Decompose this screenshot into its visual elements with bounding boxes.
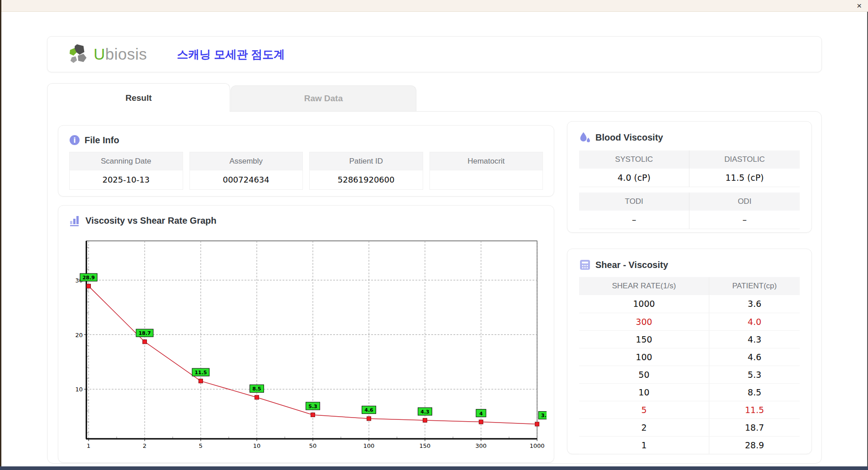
app-header: Ubiosis 스캐닝 모세관 점도계 bbox=[47, 36, 822, 72]
field-assembly: Assembly 000724634 bbox=[189, 152, 303, 190]
metric-label-todi: TODI bbox=[579, 193, 689, 211]
svg-text:1: 1 bbox=[87, 442, 90, 449]
table-row: 1504.3 bbox=[579, 330, 800, 348]
table-row: 218.7 bbox=[579, 418, 800, 436]
field-label: Hematocrit bbox=[430, 152, 543, 170]
shear-table-body: 10003.63004.01504.31004.6505.3108.5511.5… bbox=[579, 295, 800, 454]
svg-text:4.3: 4.3 bbox=[420, 409, 429, 415]
svg-text:5: 5 bbox=[199, 442, 203, 449]
brand-text: Ubiosis bbox=[94, 45, 147, 63]
ubiosis-logo: Ubiosis bbox=[69, 44, 147, 65]
metric-value-todi: – bbox=[579, 211, 689, 229]
field-scanning-date: Scanning Date 2025-10-13 bbox=[69, 152, 183, 190]
field-value: 52861920600 bbox=[310, 170, 423, 189]
shear-viscosity-title: Shear - Viscosity bbox=[595, 260, 668, 270]
shear-viscosity-table: SHEAR RATE(1/s) PATIENT(cp) 10003.63004.… bbox=[579, 277, 800, 454]
svg-text:18.7: 18.7 bbox=[138, 330, 151, 336]
app-title-korean: 스캐닝 모세관 점도계 bbox=[177, 47, 285, 62]
svg-text:i: i bbox=[73, 136, 75, 145]
metric-value-odi: – bbox=[689, 211, 800, 229]
svg-text:20: 20 bbox=[75, 332, 83, 338]
droplets-icon bbox=[579, 132, 591, 143]
metric-label-systolic: SYSTOLIC bbox=[579, 150, 689, 169]
window-left-border bbox=[0, 0, 1, 470]
metric-label-diastolic: DIASTOLIC bbox=[689, 150, 800, 169]
table-row: 128.9 bbox=[579, 436, 800, 454]
svg-text:150: 150 bbox=[420, 442, 431, 449]
metric-label-odi: ODI bbox=[689, 193, 800, 211]
field-value bbox=[430, 170, 543, 189]
svg-text:4: 4 bbox=[479, 411, 483, 417]
window-bottom-bar bbox=[0, 466, 868, 470]
svg-text:5.3: 5.3 bbox=[308, 404, 317, 409]
field-hematocrit: Hematocrit bbox=[429, 152, 543, 190]
column-header-shear-rate: SHEAR RATE(1/s) bbox=[579, 277, 709, 295]
metric-value-diastolic: 11.5 (cP) bbox=[689, 169, 800, 187]
svg-text:100: 100 bbox=[363, 442, 375, 449]
blood-viscosity-card: Blood Viscosity SYSTOLIC DIASTOLIC 4.0 (… bbox=[567, 121, 812, 233]
viscosity-chart: 1020301251050100150300100028.918.711.58.… bbox=[67, 235, 547, 455]
svg-text:3.6: 3.6 bbox=[541, 413, 547, 418]
calculator-icon bbox=[579, 259, 591, 271]
graph-title: Viscosity vs Shear Rate Graph bbox=[85, 216, 217, 226]
logo-icon bbox=[69, 44, 90, 65]
svg-text:2: 2 bbox=[143, 442, 146, 449]
svg-text:10: 10 bbox=[75, 386, 83, 393]
field-value: 000724634 bbox=[190, 170, 303, 189]
field-value: 2025-10-13 bbox=[70, 170, 183, 189]
info-icon: i bbox=[69, 135, 80, 146]
table-row: 1004.6 bbox=[579, 348, 800, 366]
metric-value-systolic: 4.0 (cP) bbox=[579, 169, 689, 187]
svg-text:300: 300 bbox=[476, 442, 487, 449]
table-row: 108.5 bbox=[579, 383, 800, 401]
bar-chart-icon bbox=[69, 215, 81, 226]
tab-result[interactable]: Result bbox=[47, 83, 230, 112]
table-row: 3004.0 bbox=[579, 313, 800, 330]
field-label: Assembly bbox=[190, 152, 303, 170]
table-row: 511.5 bbox=[579, 401, 800, 418]
svg-text:28.9: 28.9 bbox=[82, 275, 94, 281]
field-label: Patient ID bbox=[310, 152, 423, 170]
result-tab-panel: i File Info Scanning Date 2025-10-13 Ass… bbox=[47, 111, 822, 464]
shear-viscosity-card: Shear - Viscosity SHEAR RATE(1/s) PATIEN… bbox=[567, 249, 812, 454]
table-row: 10003.6 bbox=[579, 295, 800, 313]
svg-text:1000: 1000 bbox=[529, 442, 544, 449]
svg-text:8.5: 8.5 bbox=[252, 386, 261, 392]
column-header-patient: PATIENT(cp) bbox=[709, 277, 800, 295]
file-info-card: i File Info Scanning Date 2025-10-13 Ass… bbox=[58, 125, 554, 197]
field-patient-id: Patient ID 52861920600 bbox=[309, 152, 423, 190]
close-icon[interactable]: × bbox=[857, 0, 862, 11]
viscosity-graph-card: Viscosity vs Shear Rate Graph 1020301251… bbox=[58, 205, 554, 463]
tab-raw-data[interactable]: Raw Data bbox=[231, 85, 416, 111]
window-titlebar: × bbox=[0, 0, 868, 12]
svg-text:4.6: 4.6 bbox=[364, 407, 373, 413]
file-info-title: File Info bbox=[85, 135, 119, 146]
blood-viscosity-title: Blood Viscosity bbox=[595, 132, 663, 143]
svg-text:50: 50 bbox=[309, 442, 317, 449]
table-row: 505.3 bbox=[579, 366, 800, 383]
svg-text:10: 10 bbox=[253, 442, 261, 449]
svg-text:11.5: 11.5 bbox=[194, 370, 207, 376]
field-label: Scanning Date bbox=[70, 152, 183, 170]
